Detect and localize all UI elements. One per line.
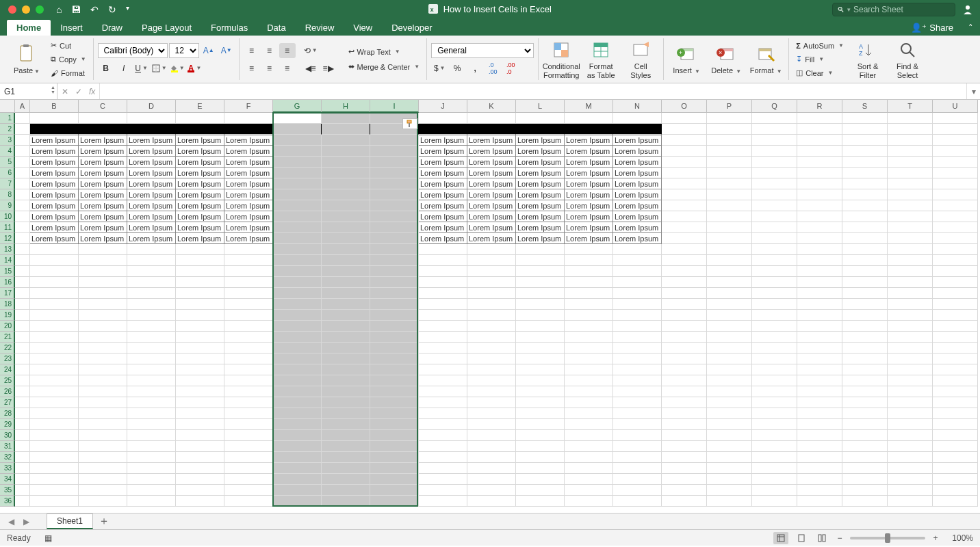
cell-K13[interactable]	[467, 244, 516, 255]
cell-B32[interactable]	[30, 452, 79, 463]
cell-R10[interactable]	[797, 211, 842, 222]
cell-T14[interactable]	[888, 255, 933, 266]
cell-H35[interactable]	[322, 485, 370, 496]
cell-K19[interactable]	[467, 310, 516, 321]
cell-T11[interactable]	[888, 222, 933, 233]
cell-Q11[interactable]	[752, 222, 797, 233]
select-all-corner[interactable]	[0, 100, 15, 113]
cell-H36[interactable]	[322, 496, 370, 507]
font-color-button[interactable]: A▼	[187, 61, 203, 76]
cell-Q34[interactable]	[752, 474, 797, 485]
cell-J21[interactable]	[419, 332, 467, 343]
row-header-13[interactable]: 13	[0, 244, 15, 255]
cell-C9[interactable]: Lorem Ipsum	[79, 200, 127, 211]
sort-filter-button[interactable]: AZ Sort & Filter	[849, 38, 886, 81]
cell-F21[interactable]	[224, 332, 273, 343]
cell-C5[interactable]: Lorem Ipsum	[79, 157, 127, 168]
row-header-16[interactable]: 16	[0, 277, 15, 288]
qat-customize-icon[interactable]: ▾	[126, 4, 129, 15]
cell-U17[interactable]	[933, 288, 978, 299]
cell-E30[interactable]	[176, 430, 224, 441]
cell-I32[interactable]	[370, 452, 419, 463]
cell-F10[interactable]: Lorem Ipsum	[224, 211, 273, 222]
row-header-26[interactable]: 26	[0, 386, 15, 397]
cell-B3[interactable]: Lorem Ipsum	[30, 135, 79, 146]
cell-R33[interactable]	[797, 463, 842, 474]
cell-D35[interactable]	[127, 485, 176, 496]
cell-G22[interactable]	[273, 343, 322, 353]
column-header-K[interactable]: K	[467, 100, 516, 113]
cell-L15[interactable]	[516, 266, 565, 277]
cell-R13[interactable]	[797, 244, 842, 255]
prev-sheet-button[interactable]: ◀	[5, 516, 16, 527]
cell-L6[interactable]: Lorem Ipsum	[516, 168, 565, 178]
cell-G16[interactable]	[273, 277, 322, 288]
search-input[interactable]	[853, 5, 951, 14]
cell-T10[interactable]	[888, 211, 933, 222]
cell-E10[interactable]: Lorem Ipsum	[176, 211, 224, 222]
cell-H22[interactable]	[322, 343, 370, 353]
cell-B18[interactable]	[30, 299, 79, 310]
cell-C16[interactable]	[79, 277, 127, 288]
row-header-14[interactable]: 14	[0, 255, 15, 266]
cell-B17[interactable]	[30, 288, 79, 299]
cell-O29[interactable]	[662, 419, 707, 430]
cell-H18[interactable]	[322, 299, 370, 310]
cell-L26[interactable]	[516, 386, 565, 397]
increase-font-button[interactable]: A▲	[201, 43, 217, 58]
cell-H34[interactable]	[322, 474, 370, 485]
cell-P9[interactable]	[707, 200, 752, 211]
cell-J25[interactable]	[419, 375, 467, 386]
tab-developer[interactable]: Developer	[382, 20, 441, 36]
cell-P19[interactable]	[707, 310, 752, 321]
cell-Q30[interactable]	[752, 430, 797, 441]
cell-H30[interactable]	[322, 430, 370, 441]
cell-F13[interactable]	[224, 244, 273, 255]
tab-review[interactable]: Review	[296, 20, 344, 36]
cell-H33[interactable]	[322, 463, 370, 474]
cell-K32[interactable]	[467, 452, 516, 463]
cell-T31[interactable]	[888, 441, 933, 452]
cell-I30[interactable]	[370, 430, 419, 441]
cell-F31[interactable]	[224, 441, 273, 452]
cell-P34[interactable]	[707, 474, 752, 485]
cell-T33[interactable]	[888, 463, 933, 474]
cell-I25[interactable]	[370, 375, 419, 386]
cell-Q31[interactable]	[752, 441, 797, 452]
cell-S15[interactable]	[842, 266, 888, 277]
cell-D17[interactable]	[127, 288, 176, 299]
cell-H15[interactable]	[322, 266, 370, 277]
cell-B24[interactable]	[30, 364, 79, 375]
cell-J14[interactable]	[419, 255, 467, 266]
cell-U8[interactable]	[933, 189, 978, 200]
cell-B8[interactable]: Lorem Ipsum	[30, 189, 79, 200]
home-icon[interactable]: ⌂	[56, 4, 62, 15]
cell-O8[interactable]	[662, 189, 707, 200]
row-header-21[interactable]: 21	[0, 332, 15, 343]
cell-Q17[interactable]	[752, 288, 797, 299]
cell-I28[interactable]	[370, 408, 419, 419]
cell-O9[interactable]	[662, 200, 707, 211]
page-break-view-button[interactable]	[814, 532, 829, 544]
cell-O33[interactable]	[662, 463, 707, 474]
cell-G14[interactable]	[273, 255, 322, 266]
cell-B20[interactable]	[30, 321, 79, 332]
row-header-24[interactable]: 24	[0, 364, 15, 375]
cell-R35[interactable]	[797, 485, 842, 496]
row-header-4[interactable]: 4	[0, 146, 15, 157]
cell-J10[interactable]: Lorem Ipsum	[419, 211, 467, 222]
cell-S28[interactable]	[842, 408, 888, 419]
cell-L9[interactable]: Lorem Ipsum	[516, 200, 565, 211]
cell-U31[interactable]	[933, 441, 978, 452]
cell-R1[interactable]	[797, 113, 842, 124]
cell-T29[interactable]	[888, 419, 933, 430]
cell-A16[interactable]	[15, 277, 30, 288]
cell-M2[interactable]	[565, 124, 613, 135]
cell-H31[interactable]	[322, 441, 370, 452]
cell-E36[interactable]	[176, 496, 224, 507]
cell-K15[interactable]	[467, 266, 516, 277]
cell-R16[interactable]	[797, 277, 842, 288]
cell-G31[interactable]	[273, 441, 322, 452]
cell-S13[interactable]	[842, 244, 888, 255]
cell-S35[interactable]	[842, 485, 888, 496]
